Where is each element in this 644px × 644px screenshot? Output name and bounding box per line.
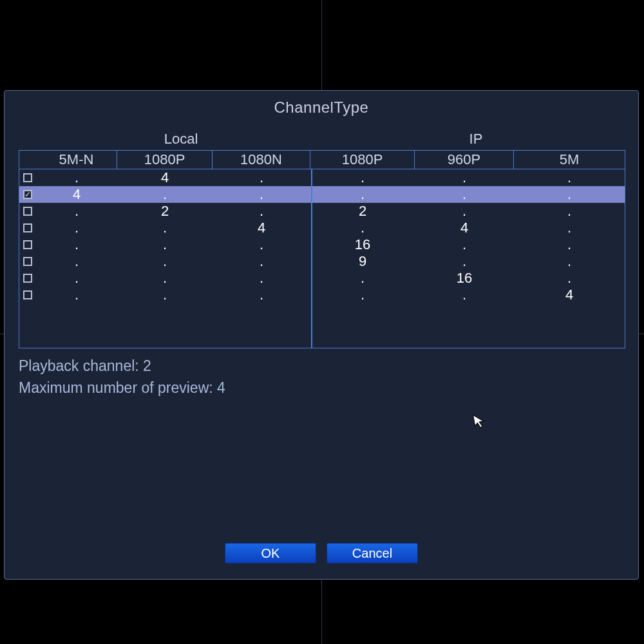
- cell: .: [415, 186, 514, 203]
- row-checkbox-cell[interactable]: [19, 186, 36, 203]
- ok-button[interactable]: OK: [225, 543, 316, 564]
- header-5m-n: 5M-N: [36, 151, 117, 169]
- cell: .: [514, 186, 625, 203]
- row-checkbox-cell[interactable]: [19, 236, 36, 253]
- cell: 4: [415, 220, 514, 236]
- cell: .: [117, 287, 213, 303]
- cell: .: [310, 287, 415, 303]
- playback-value: 2: [143, 357, 151, 374]
- cell: 4: [117, 169, 213, 186]
- header-1080p-local: 1080P: [117, 151, 213, 169]
- cell: .: [514, 236, 625, 253]
- cell: .: [213, 287, 310, 303]
- dialog-buttons: OK Cancel: [5, 543, 638, 564]
- table-row[interactable]: .2.2..: [19, 203, 625, 220]
- row-checkbox[interactable]: [23, 173, 32, 182]
- cell: .: [36, 169, 117, 186]
- cell: .: [117, 270, 213, 287]
- cell: .: [310, 169, 415, 186]
- cell: .: [514, 169, 625, 186]
- row-checkbox-cell[interactable]: [19, 287, 36, 303]
- cell: 4: [36, 186, 117, 203]
- max-preview-info: Maximum number of preview: 4: [19, 379, 225, 397]
- cell: .: [117, 186, 213, 203]
- cell: .: [415, 287, 514, 303]
- row-checkbox-cell[interactable]: [19, 203, 36, 220]
- cell: .: [415, 253, 514, 270]
- cell: .: [514, 203, 625, 220]
- cell: .: [415, 236, 514, 253]
- channel-type-dialog: ChannelType Local IP 5M-N 1080P 1080N 10…: [4, 90, 639, 580]
- cell: .: [514, 220, 625, 236]
- header-1080n: 1080N: [213, 151, 310, 169]
- row-checkbox[interactable]: [23, 207, 32, 216]
- cell: 4: [213, 220, 310, 236]
- row-checkbox[interactable]: [23, 257, 32, 266]
- header-5m: 5M: [514, 151, 625, 169]
- row-checkbox[interactable]: [23, 190, 32, 199]
- column-group-ip: IP: [327, 131, 625, 150]
- cell: .: [514, 270, 625, 287]
- preview-label: Maximum number of preview:: [19, 379, 217, 396]
- cell: 16: [310, 236, 415, 253]
- dialog-title: ChannelType: [5, 99, 638, 117]
- row-checkbox[interactable]: [23, 223, 32, 232]
- cell: .: [36, 203, 117, 220]
- cell: .: [415, 169, 514, 186]
- table-body: .4....4......2.2....4.4....16.....9.....…: [19, 169, 625, 348]
- row-checkbox-cell[interactable]: [19, 253, 36, 270]
- playback-label: Playback channel:: [19, 357, 143, 374]
- header-1080p-ip: 1080P: [310, 151, 415, 169]
- cell: .: [36, 287, 117, 303]
- cell: .: [514, 253, 625, 270]
- table-row[interactable]: ..4.4.: [19, 220, 625, 236]
- table-row[interactable]: .....4: [19, 287, 625, 303]
- table-row[interactable]: ...16..: [19, 236, 625, 253]
- header-960p: 960P: [415, 151, 514, 169]
- row-checkbox-cell[interactable]: [19, 270, 36, 287]
- row-checkbox[interactable]: [23, 290, 32, 299]
- table-row[interactable]: ...9..: [19, 253, 625, 270]
- header-checkbox-col: [19, 151, 36, 169]
- cell: 2: [310, 203, 415, 220]
- column-group-row: Local IP: [19, 131, 625, 150]
- table-row[interactable]: .4....: [19, 169, 625, 186]
- cell: .: [213, 253, 310, 270]
- table-row[interactable]: ....16.: [19, 270, 625, 287]
- cell: .: [310, 270, 415, 287]
- preview-value: 4: [217, 379, 225, 396]
- cell: .: [213, 270, 310, 287]
- row-checkbox[interactable]: [23, 240, 32, 249]
- cancel-button[interactable]: Cancel: [327, 543, 418, 564]
- cell: .: [36, 220, 117, 236]
- cell: .: [213, 236, 310, 253]
- cell: .: [36, 236, 117, 253]
- cell: .: [117, 253, 213, 270]
- cell: 16: [415, 270, 514, 287]
- cell: .: [117, 220, 213, 236]
- cell: .: [415, 203, 514, 220]
- cell: .: [213, 186, 310, 203]
- cell: .: [117, 236, 213, 253]
- cell: .: [310, 186, 415, 203]
- cell: .: [213, 203, 310, 220]
- cell: 2: [117, 203, 213, 220]
- row-checkbox-cell[interactable]: [19, 220, 36, 236]
- column-group-local: Local: [35, 131, 327, 150]
- playback-channel-info: Playback channel: 2: [19, 357, 151, 375]
- cell: 9: [310, 253, 415, 270]
- cell: .: [310, 220, 415, 236]
- channel-table: 5M-N 1080P 1080N 1080P 960P 5M .4....4..…: [19, 150, 625, 348]
- table-header: 5M-N 1080P 1080N 1080P 960P 5M: [19, 150, 625, 169]
- cell: .: [36, 270, 117, 287]
- table-row[interactable]: 4.....: [19, 186, 625, 203]
- cell: .: [213, 169, 310, 186]
- cell: 4: [514, 287, 625, 303]
- row-checkbox-cell[interactable]: [19, 169, 36, 186]
- cell: .: [36, 253, 117, 270]
- row-checkbox[interactable]: [23, 274, 32, 283]
